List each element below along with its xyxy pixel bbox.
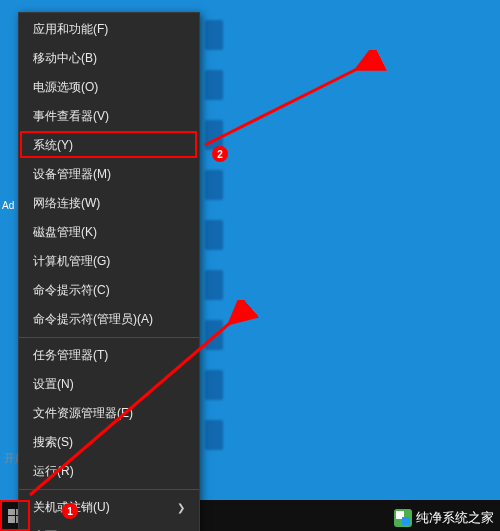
menu-separator bbox=[19, 337, 199, 338]
menu-search[interactable]: 搜索(S) bbox=[19, 428, 199, 457]
desktop-icon-label: Ad bbox=[2, 200, 14, 211]
menu-shutdown-signout[interactable]: 关机或注销(U) ❯ bbox=[19, 493, 199, 522]
watermark: 纯净系统之家 bbox=[394, 509, 494, 527]
menu-mobility-center[interactable]: 移动中心(B) bbox=[19, 44, 199, 73]
annotation-callout-1: 1 bbox=[62, 503, 78, 519]
menu-computer-management[interactable]: 计算机管理(G) bbox=[19, 247, 199, 276]
desktop-background: Ad 应用和功能(F) 移动中心(B) 电源选项(O) 事件查看器(V) 系统(… bbox=[0, 0, 500, 500]
menu-device-manager[interactable]: 设备管理器(M) bbox=[19, 160, 199, 189]
menu-disk-management[interactable]: 磁盘管理(K) bbox=[19, 218, 199, 247]
chevron-right-icon: ❯ bbox=[177, 502, 185, 513]
menu-system[interactable]: 系统(Y) bbox=[19, 131, 199, 160]
menu-task-manager[interactable]: 任务管理器(T) bbox=[19, 341, 199, 370]
menu-event-viewer[interactable]: 事件查看器(V) bbox=[19, 102, 199, 131]
menu-desktop[interactable]: 桌面(D) bbox=[19, 522, 199, 531]
menu-run[interactable]: 运行(R) bbox=[19, 457, 199, 486]
menu-power-options[interactable]: 电源选项(O) bbox=[19, 73, 199, 102]
menu-apps-features[interactable]: 应用和功能(F) bbox=[19, 15, 199, 44]
menu-file-explorer[interactable]: 文件资源管理器(E) bbox=[19, 399, 199, 428]
menu-command-prompt[interactable]: 命令提示符(C) bbox=[19, 276, 199, 305]
winx-context-menu: 应用和功能(F) 移动中心(B) 电源选项(O) 事件查看器(V) 系统(Y) … bbox=[18, 12, 200, 531]
menu-network-connections[interactable]: 网络连接(W) bbox=[19, 189, 199, 218]
blurred-taskbar-items bbox=[205, 20, 223, 450]
menu-command-prompt-admin[interactable]: 命令提示符(管理员)(A) bbox=[19, 305, 199, 334]
annotation-callout-2: 2 bbox=[212, 146, 228, 162]
menu-separator bbox=[19, 489, 199, 490]
watermark-logo-icon bbox=[394, 509, 412, 527]
watermark-text: 纯净系统之家 bbox=[416, 509, 494, 527]
menu-settings[interactable]: 设置(N) bbox=[19, 370, 199, 399]
